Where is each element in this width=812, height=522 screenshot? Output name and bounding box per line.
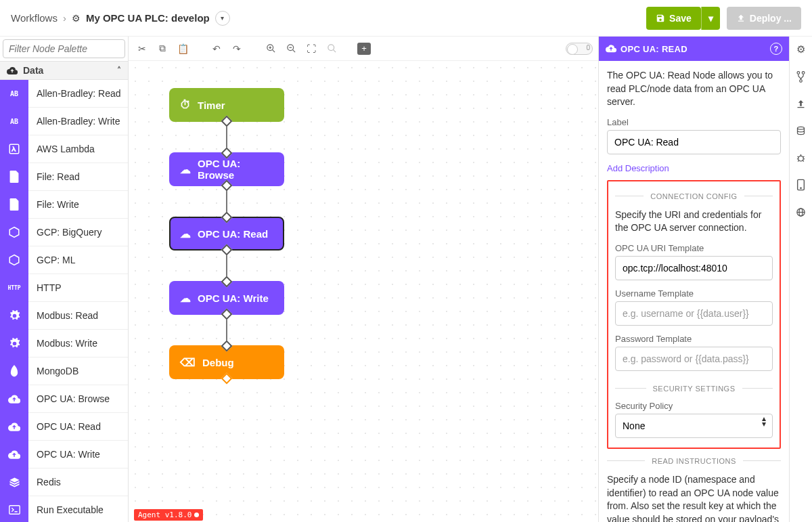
palette-item[interactable]: HTTPHTTP — [0, 274, 128, 302]
palette-item-label: OPC UA: Write — [28, 449, 100, 460]
svg-line-5 — [272, 49, 275, 52]
output-port[interactable] — [221, 180, 233, 192]
input-port[interactable] — [221, 212, 233, 223]
palette-group-data[interactable]: Data ˄ — [0, 61, 128, 80]
security-policy-label: Security Policy — [615, 401, 773, 411]
output-port[interactable] — [221, 373, 233, 385]
input-port[interactable] — [221, 148, 233, 159]
svg-marker-2 — [9, 255, 19, 265]
palette-item[interactable]: OPC UA: Write — [0, 441, 128, 469]
palette-item[interactable]: ABAllen-Bradley: Write — [0, 108, 128, 135]
palette-item-label: Modbus: Write — [28, 338, 97, 349]
output-port[interactable] — [221, 309, 233, 320]
palette-item[interactable]: MongoDB — [0, 357, 128, 385]
cut-button[interactable]: ✂ — [134, 41, 150, 57]
palette-item-label: Allen-Bradley: Read — [28, 88, 121, 99]
read-desc: Specify a node ID (namespace and identif… — [607, 473, 781, 522]
flow-node[interactable]: ☁OPC UA: Browse — [169, 152, 284, 186]
file-icon — [0, 163, 28, 191]
http-icon: HTTP — [0, 274, 28, 302]
deploy-button[interactable]: Deploy ... — [727, 7, 801, 30]
output-port[interactable] — [221, 116, 233, 127]
output-port[interactable] — [221, 244, 233, 256]
palette-item[interactable]: File: Write — [0, 191, 128, 219]
palette-item[interactable]: Modbus: Write — [0, 330, 128, 357]
copy-button[interactable]: ⧉ — [154, 41, 171, 57]
palette-item[interactable]: AWS Lambda — [0, 135, 128, 163]
node-icon: ☁ — [180, 227, 191, 240]
palette-item[interactable]: OPC UA: Read — [0, 413, 128, 441]
palette-item[interactable]: Redis — [0, 469, 128, 496]
label-input[interactable] — [607, 130, 781, 154]
search-canvas-button[interactable] — [323, 41, 340, 57]
flow-canvas[interactable]: Agent v1.8.0 ⏱Timer☁OPC UA: Browse☁OPC U… — [129, 61, 598, 522]
file-icon — [0, 191, 28, 219]
node-label: OPC UA: Browse — [198, 158, 273, 181]
palette-item[interactable]: Run Executable — [0, 496, 128, 522]
device-icon[interactable] — [795, 179, 807, 191]
debug-toggle[interactable] — [566, 43, 593, 55]
add-node-button[interactable]: + — [357, 43, 371, 55]
flow-node[interactable]: ⏱Timer — [169, 88, 284, 122]
AB-icon: AB — [0, 108, 28, 135]
node-label: Debug — [202, 357, 234, 368]
palette-item[interactable]: Modbus: Read — [0, 302, 128, 330]
zoom-in-button[interactable] — [263, 41, 279, 57]
branch-icon[interactable] — [795, 70, 807, 83]
security-policy-select[interactable]: None — [615, 414, 773, 438]
save-dropdown[interactable]: ▾ — [701, 7, 720, 30]
input-port[interactable] — [221, 276, 233, 288]
flow-node[interactable]: ⌫Debug — [169, 345, 284, 379]
node-palette: Data ˄ ABAllen-Bradley: ReadABAllen-Brad… — [0, 37, 129, 522]
flow-node[interactable]: ☁OPC UA: Read — [169, 217, 284, 251]
palette-item-label: Allen-Bradley: Write — [28, 116, 120, 127]
connection-config-box: CONNECTION CONFIG Specify the URI and cr… — [607, 180, 781, 449]
palette-item[interactable]: ABAllen-Bradley: Read — [0, 80, 128, 108]
input-port[interactable] — [221, 341, 233, 352]
palette-item-label: File: Read — [28, 171, 80, 182]
zoom-out-button[interactable] — [283, 41, 299, 57]
globe-icon[interactable] — [795, 206, 807, 218]
node-label: OPC UA: Write — [198, 292, 269, 304]
palette-item-label: MongoDB — [28, 366, 78, 376]
svg-point-26 — [800, 188, 801, 188]
password-input[interactable] — [615, 347, 773, 371]
lambda-icon — [0, 135, 28, 163]
username-input[interactable] — [615, 301, 773, 326]
palette-item[interactable]: GCP: BigQuery — [0, 219, 128, 246]
conn-desc: Specify the URI and credentials for the … — [615, 209, 773, 235]
svg-point-13 — [797, 71, 800, 74]
workflow-dropdown[interactable]: ▾ — [215, 11, 230, 26]
section-read: READ INSTRUCTIONS — [645, 457, 743, 465]
palette-item-label: Redis — [28, 477, 61, 487]
help-icon[interactable]: ? — [770, 43, 782, 55]
header-actions: Save ▾ Deploy ... — [646, 7, 801, 30]
flow-node[interactable]: ☁OPC UA: Write — [169, 281, 284, 315]
workflow-name[interactable]: My OPC UA PLC: develop — [86, 12, 210, 24]
palette-item[interactable]: OPC UA: Browse — [0, 385, 128, 413]
fit-button[interactable]: ⛶ — [303, 41, 319, 57]
palette-filter-input[interactable] — [3, 39, 125, 58]
save-button[interactable]: Save — [646, 7, 701, 30]
undo-button[interactable]: ↶ — [208, 41, 225, 57]
upload-icon[interactable] — [795, 97, 807, 110]
storage-icon[interactable] — [795, 125, 807, 137]
uri-input[interactable] — [615, 256, 773, 280]
label-label: Label — [607, 117, 781, 127]
right-rail: ⚙ — [789, 37, 812, 522]
settings-icon[interactable]: ⚙ — [795, 43, 807, 56]
breadcrumb-root[interactable]: Workflows — [11, 12, 58, 24]
svg-point-14 — [802, 71, 805, 74]
palette-item[interactable]: File: Read — [0, 163, 128, 191]
palette-item-label: Modbus: Read — [28, 310, 98, 321]
bug-icon[interactable] — [795, 152, 807, 164]
palette-item[interactable]: GCP: ML — [0, 246, 128, 274]
svg-line-23 — [798, 160, 799, 161]
redo-button[interactable]: ↷ — [229, 41, 245, 57]
save-label: Save — [669, 13, 692, 24]
breadcrumb: Workflows › ⚙ My OPC UA PLC: develop ▾ — [11, 11, 230, 26]
paste-button[interactable]: 📋 — [175, 41, 191, 57]
node-icon: ☁ — [180, 163, 191, 176]
section-security: SECURITY SETTINGS — [646, 385, 742, 393]
add-description-link[interactable]: Add Description — [607, 163, 669, 173]
